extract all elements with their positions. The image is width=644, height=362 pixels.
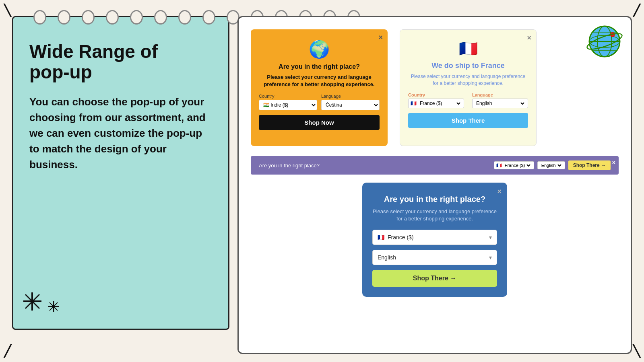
popup-cream-country-select-wrap: 🇫🇷 France ($) [408,99,464,108]
popup-blue-heading: Are you in the right place? [384,195,485,204]
banner-close-button[interactable]: × [612,159,615,166]
popup-cream-language-select-wrap: English [472,99,528,108]
banner-language-wrap: English [537,161,565,169]
popup-orange-country-label: Country [259,94,317,99]
popup-blue-wrap: × Are you in the right place? Please sel… [251,183,619,297]
ring-4 [106,10,119,25]
left-panel-body: You can choose the pop-up of your choosi… [29,94,212,173]
popup-orange-language-select[interactable]: Čeština [321,100,380,110]
popup-cream-flag: 🇫🇷 [459,40,478,58]
popup-orange-subtext: Please select your currency and language… [259,74,380,88]
corner-mark-bl: ╱ [4,345,11,358]
banner-language-select[interactable]: English [540,162,563,168]
popup-cream: × 🇫🇷 We do ship to France Please select … [400,29,537,146]
banner-text: Are you in the right place? [259,162,320,169]
popup-blue-country-dropdown[interactable]: 🇫🇷 France ($) ▾ [372,230,497,245]
popup-cream-language-label: Language [472,93,528,97]
cream-country-flag: 🇫🇷 [411,101,417,106]
star-deco-1 [21,290,43,313]
popup-blue-language-value: English [378,254,396,261]
ring-3 [82,10,95,25]
popup-cream-country-label: Country [408,93,464,97]
popup-blue-country-arrow: ▾ [489,234,492,241]
popup-orange-language-group: Language Čeština [321,94,380,110]
popup-orange-country-group: Country 🇮🇳 Indie ($) [259,94,317,110]
ring-7 [178,10,191,25]
left-notebook-panel: Wide Range of pop-up You can choose the … [12,16,229,330]
corner-mark-tr: ╱ [633,4,640,17]
ring-1 [33,10,46,25]
top-popup-row: × 🌍 Are you in the right place? Please s… [251,29,619,146]
popup-orange-heading: Are you in the right place? [279,63,360,70]
popup-cream-country-group: Country 🇫🇷 France ($) [408,93,464,108]
popup-blue-country-value: France ($) [388,234,414,241]
popup-orange-globe: 🌍 [309,39,330,59]
popup-cream-country-select[interactable]: France ($) [418,100,462,107]
popup-cream-language-select[interactable]: English [475,100,526,107]
ring-6 [154,10,167,25]
banner-controls: 🇫🇷 France ($) English Shop There → [494,160,611,170]
popup-blue-language-arrow: ▾ [489,254,492,261]
left-panel-title: Wide Range of pop-up [29,41,212,82]
popup-cream-form-row: Country 🇫🇷 France ($) Language English [408,93,528,108]
ring-8 [202,10,215,25]
banner-country-wrap: 🇫🇷 France ($) [494,161,534,169]
popup-orange-language-label: Language [321,94,380,99]
ring-5 [130,10,143,25]
corner-mark-br: ╲ [633,345,640,358]
shop-there-cream-button[interactable]: Shop There [408,113,528,128]
popup-blue: × Are you in the right place? Please sel… [362,183,507,297]
popup-blue-country-flag: 🇫🇷 [378,234,384,241]
popup-cream-subtext: Please select your currency and language… [408,73,528,87]
popup-blue-language-dropdown[interactable]: English ▾ [372,250,497,265]
popup-orange-form-row: Country 🇮🇳 Indie ($) Language Čeština [259,94,380,110]
ring-2 [58,10,70,25]
popup-cream-language-group: Language English [472,93,528,108]
banner-bar: Are you in the right place? 🇫🇷 France ($… [251,156,619,175]
shop-there-blue-button[interactable]: Shop There → [372,270,497,287]
right-main-panel: × 🌍 Are you in the right place? Please s… [237,16,632,354]
popup-orange-close[interactable]: × [378,33,383,42]
star-deco-2 [47,300,60,313]
popup-blue-close[interactable]: × [497,187,502,196]
popup-orange: × 🌍 Are you in the right place? Please s… [251,29,388,146]
popup-cream-heading: We do ship to France [431,62,505,70]
banner-country-select[interactable]: France ($) [503,162,532,168]
globe-icon-large [586,23,623,60]
banner-shop-button[interactable]: Shop There → [568,160,611,170]
popup-orange-country-select[interactable]: 🇮🇳 Indie ($) [259,100,317,110]
popup-blue-subtext: Please select your currency and language… [372,208,497,222]
corner-mark-tl: ╲ [4,4,11,17]
banner-flag: 🇫🇷 [496,163,502,168]
shop-now-button[interactable]: Shop Now [259,115,380,130]
popup-cream-close[interactable]: × [527,34,531,42]
